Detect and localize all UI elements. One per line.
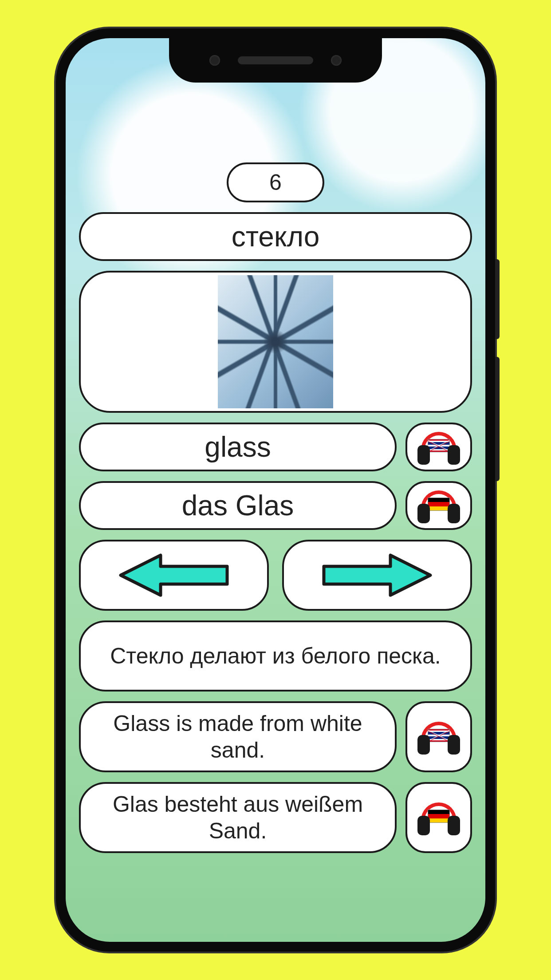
play-english-audio-button[interactable] [405, 423, 472, 471]
flashcard-content: 6 стекло glass [66, 38, 485, 942]
native-word: стекло [232, 220, 320, 253]
next-button[interactable] [282, 540, 472, 611]
english-sentence: Glass is made from white sand. [92, 710, 383, 763]
native-sentence-card: Стекло делают из белого песка. [79, 620, 472, 692]
german-word-card: das Glas [79, 481, 397, 530]
card-number: 6 [269, 170, 282, 195]
front-camera-icon [209, 55, 220, 66]
previous-button[interactable] [79, 540, 269, 611]
card-number-badge: 6 [227, 162, 324, 202]
phone-side-button [495, 259, 500, 339]
arrow-right-icon [319, 551, 435, 600]
sensor-icon [331, 55, 342, 66]
english-word-card: glass [79, 423, 397, 471]
english-word: glass [205, 431, 271, 463]
headphones-de-icon [417, 800, 461, 835]
phone-side-button [495, 357, 500, 481]
english-sentence-card: Glass is made from white sand. [79, 701, 397, 772]
headphones-de-icon [417, 488, 461, 523]
arrow-left-icon [116, 551, 232, 600]
phone-notch [169, 38, 382, 83]
german-sentence-card: Glas besteht aus weißem Sand. [79, 782, 397, 853]
svg-marker-0 [121, 555, 227, 595]
headphones-uk-icon [417, 719, 461, 755]
native-sentence: Стекло делают из белого песка. [110, 643, 441, 669]
screen: 6 стекло glass [66, 38, 485, 942]
german-sentence: Glas besteht aus weißem Sand. [92, 791, 383, 844]
glass-image-icon [218, 275, 333, 408]
image-card [79, 271, 472, 413]
play-german-audio-button[interactable] [405, 481, 472, 530]
headphones-uk-icon [417, 429, 461, 465]
svg-marker-1 [324, 555, 430, 595]
phone-frame: 6 стекло glass [56, 28, 495, 952]
native-word-card: стекло [79, 212, 472, 261]
play-german-sentence-button[interactable] [405, 782, 472, 853]
speaker-icon [238, 56, 313, 64]
play-english-sentence-button[interactable] [405, 701, 472, 772]
german-word: das Glas [182, 489, 294, 522]
